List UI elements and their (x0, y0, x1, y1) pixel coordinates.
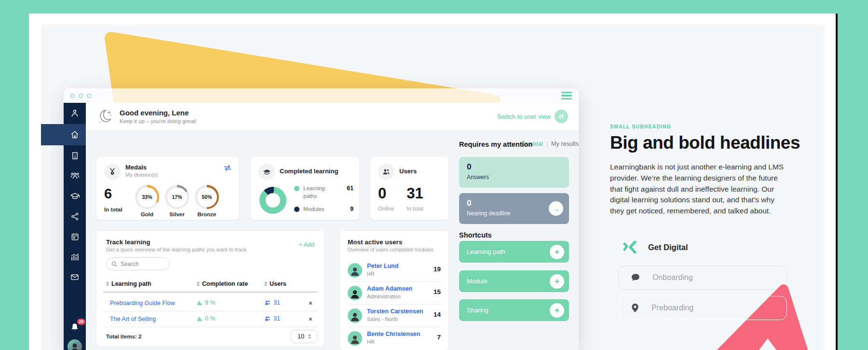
search-box[interactable] (106, 257, 170, 270)
arrow-right-icon[interactable]: → (549, 201, 563, 216)
list-item: Torsten Carstensen Sales - North 14 (348, 304, 441, 327)
pill-label: Preboarding (651, 304, 693, 312)
profile-avatar[interactable] (68, 339, 82, 350)
user-avatar (348, 331, 362, 346)
preboarding-pill[interactable]: Preboarding (618, 296, 787, 320)
dashboard-window: 28 (64, 88, 579, 350)
track-subtitle: Get a quick overview of the learning pat… (106, 247, 314, 252)
learning-path-link[interactable]: The Art of Selling (110, 316, 156, 322)
remove-row-button[interactable]: × (307, 299, 314, 307)
shortcut-module[interactable]: Module + (459, 270, 569, 292)
users-title: Users (399, 168, 417, 175)
content-canvas: 28 (41, 25, 825, 350)
learning-path-link[interactable]: Preboarding Guide Flow (110, 300, 175, 307)
silver-label: Silver (162, 211, 192, 217)
sidebar-item-messages[interactable] (64, 267, 86, 287)
sidebar-item-calendar[interactable] (64, 226, 86, 247)
user-avatar (348, 308, 362, 323)
nearing-deadline-card[interactable]: 0 Nearing deadline → (459, 193, 569, 224)
page-headline: Big and bold headlines (610, 133, 803, 153)
deadline-label: Nearing deadline (467, 210, 561, 217)
brand-row: Get Digital (623, 241, 688, 253)
medals-card: Medals My division(s) (96, 157, 239, 220)
track-learning-card: Track learning Get a quick overview of t… (96, 231, 324, 347)
user-name-link[interactable]: Torsten Carstensen (367, 308, 423, 315)
notifications-button[interactable]: 28 (69, 322, 80, 333)
bar-chart-icon (70, 252, 80, 262)
stepper-icon (308, 334, 311, 339)
eyebrow-label: SMALL SUBHEADING (610, 124, 671, 129)
row-users-count[interactable]: 31 (264, 315, 280, 322)
plus-icon[interactable]: + (550, 274, 564, 289)
window-dot[interactable] (70, 94, 75, 98)
answers-card: 0 Answers (459, 157, 569, 188)
table-row: Preboarding Guide Flow 9 % (106, 295, 314, 311)
bronze-label: Bronze (192, 211, 222, 217)
swap-icon[interactable] (555, 110, 568, 123)
chat-bubble-icon (630, 272, 641, 283)
deadline-value: 0 (467, 198, 561, 208)
most-active-users-card: Most active users Overview of users comp… (340, 231, 448, 350)
bronze-ring: 50% Bronze (192, 185, 222, 217)
user-dept: HR (367, 271, 375, 277)
mini-users-icon (264, 300, 271, 305)
list-item: Peter Lund HR 19 (348, 259, 441, 281)
sidebar: 28 (64, 103, 86, 350)
mini-users-icon (264, 316, 271, 321)
page-size-select[interactable]: 10 (291, 330, 317, 343)
shortcut-sharing[interactable]: Sharing + (459, 299, 569, 321)
graduation-cap-icon (258, 164, 275, 180)
window-titlebar (64, 88, 579, 103)
window-dot[interactable] (79, 94, 83, 98)
users-online: 0 Online (378, 186, 394, 211)
sidebar-item-statistics[interactable] (64, 247, 86, 267)
remove-row-button[interactable]: × (307, 315, 314, 323)
column-learning-path[interactable]: Learning path (106, 280, 197, 287)
gold-ring: 33% Gold (132, 185, 162, 217)
list-item: Bente Christensen HR 7 (348, 327, 441, 350)
switch-label: Switch to user view (497, 113, 551, 120)
medals-total-label: In total (104, 207, 132, 212)
window-dot[interactable] (87, 94, 91, 98)
location-pin-icon (630, 303, 640, 313)
shortcut-learning-path[interactable]: Learning path + (459, 241, 569, 263)
user-name-link[interactable]: Peter Lund (367, 263, 398, 269)
completed-donut-chart (259, 187, 286, 214)
completed-title: Completed learning (280, 168, 338, 175)
sidebar-item-users[interactable] (64, 166, 86, 186)
sidebar-item-organization[interactable] (64, 145, 86, 166)
add-button[interactable]: + Add (299, 241, 314, 248)
window-traffic-dots[interactable] (70, 94, 91, 98)
greeting-subtitle: Keep it up – you're doing great! (120, 118, 196, 124)
swap-division-icon[interactable] (223, 165, 232, 171)
avatar-photo (69, 342, 81, 350)
user-count: 7 (437, 334, 441, 341)
sidebar-item-learning[interactable] (64, 186, 86, 206)
attention-title: Requires my attention (459, 140, 569, 148)
dashboard-content: General | My results (86, 130, 579, 350)
sidebar-logo[interactable] (64, 103, 86, 124)
building-icon (70, 151, 80, 160)
moon-icon (96, 107, 114, 126)
user-dept: Administration (367, 294, 401, 299)
marketing-page: 28 (29, 14, 838, 350)
search-icon (111, 261, 117, 267)
mini-chart-icon (197, 316, 203, 321)
answers-label: Answers (467, 174, 561, 181)
column-users[interactable]: Users (264, 280, 314, 287)
plus-icon[interactable]: + (550, 303, 564, 318)
column-completion-rate[interactable]: Completion rate (197, 280, 264, 287)
user-name-link[interactable]: Bente Christensen (367, 331, 420, 337)
user-name-link[interactable]: Adam Adamsen (367, 285, 412, 292)
search-input[interactable] (121, 261, 162, 267)
gold-label: Gold (132, 211, 162, 217)
mail-icon (70, 272, 80, 282)
greeting-title: Good evening, Lene (120, 109, 196, 117)
plus-icon[interactable]: + (550, 245, 564, 259)
menu-icon[interactable] (561, 92, 572, 100)
row-users-count[interactable]: 31 (264, 299, 280, 306)
brand-label: Get Digital (648, 243, 688, 252)
switch-to-user-view-button[interactable]: Switch to user view (497, 110, 568, 123)
completion-rate: 9 % (197, 299, 216, 306)
sidebar-item-sharing[interactable] (64, 206, 86, 226)
